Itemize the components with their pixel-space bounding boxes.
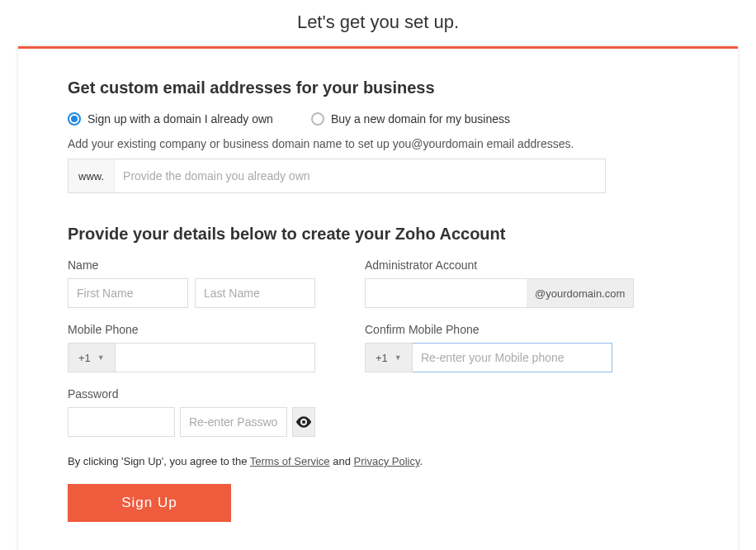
confirm-mobile-country-code-select[interactable]: +1 ▼ bbox=[365, 343, 413, 372]
sign-up-button[interactable]: Sign Up bbox=[68, 484, 231, 522]
agree-mid: and bbox=[330, 455, 354, 467]
mobile-label: Mobile Phone bbox=[68, 323, 315, 336]
domain-prefix: www. bbox=[69, 159, 115, 192]
mobile-input-group: +1 ▼ bbox=[68, 343, 315, 372]
confirm-mobile-label: Confirm Mobile Phone bbox=[365, 323, 612, 336]
svg-point-0 bbox=[302, 420, 305, 424]
confirm-mobile-cc-value: +1 bbox=[376, 352, 388, 364]
admin-input-group: @yourdomain.com bbox=[365, 278, 612, 308]
domain-helper-text: Add your existing company or business do… bbox=[68, 137, 688, 150]
radio-own-label: Sign up with a domain I already own bbox=[87, 112, 273, 126]
privacy-policy-link[interactable]: Privacy Policy bbox=[354, 455, 420, 467]
eye-icon bbox=[295, 416, 312, 428]
empty-cell bbox=[365, 387, 612, 437]
admin-account-input[interactable] bbox=[365, 278, 527, 308]
radio-checked-icon bbox=[68, 112, 81, 126]
password-field: Password bbox=[68, 387, 315, 437]
name-inputs bbox=[68, 278, 315, 308]
radio-buy-domain[interactable]: Buy a new domain for my business bbox=[311, 112, 510, 126]
first-name-input[interactable] bbox=[68, 278, 188, 308]
setup-card: Get custom email addresses for your busi… bbox=[18, 46, 738, 550]
reenter-password-input[interactable] bbox=[180, 407, 287, 437]
confirm-mobile-field: Confirm Mobile Phone +1 ▼ bbox=[365, 323, 612, 372]
agree-suffix: . bbox=[419, 455, 423, 467]
agree-prefix: By clicking 'Sign Up', you agree to the bbox=[68, 455, 250, 467]
last-name-input[interactable] bbox=[195, 278, 315, 308]
password-inputs bbox=[68, 407, 315, 437]
domain-heading: Get custom email addresses for your busi… bbox=[68, 78, 688, 97]
toggle-password-visibility-button[interactable] bbox=[292, 407, 315, 437]
domain-input-group: www. bbox=[68, 159, 606, 193]
domain-option-row: Sign up with a domain I already own Buy … bbox=[68, 112, 688, 126]
radio-buy-label: Buy a new domain for my business bbox=[331, 112, 510, 126]
mobile-phone-input[interactable] bbox=[116, 343, 315, 372]
details-form: Name Administrator Account @yourdomain.c… bbox=[68, 258, 688, 437]
confirm-mobile-phone-input[interactable] bbox=[413, 343, 612, 372]
password-input[interactable] bbox=[68, 407, 175, 437]
admin-suffix: @yourdomain.com bbox=[527, 278, 634, 308]
page-title: Let's get you set up. bbox=[0, 0, 756, 46]
details-heading: Provide your details below to create you… bbox=[68, 225, 688, 244]
caret-down-icon: ▼ bbox=[97, 353, 105, 362]
name-label: Name bbox=[68, 258, 315, 272]
confirm-mobile-input-group: +1 ▼ bbox=[365, 343, 612, 372]
mobile-field: Mobile Phone +1 ▼ bbox=[68, 323, 315, 372]
terms-of-service-link[interactable]: Terms of Service bbox=[250, 455, 330, 467]
radio-unchecked-icon bbox=[311, 112, 324, 126]
admin-field: Administrator Account @yourdomain.com bbox=[365, 258, 612, 308]
caret-down-icon: ▼ bbox=[395, 353, 402, 362]
agree-text: By clicking 'Sign Up', you agree to the … bbox=[68, 455, 688, 467]
mobile-cc-value: +1 bbox=[78, 352, 91, 364]
mobile-country-code-select[interactable]: +1 ▼ bbox=[68, 343, 116, 372]
radio-own-domain[interactable]: Sign up with a domain I already own bbox=[68, 112, 273, 126]
name-field: Name bbox=[68, 258, 315, 308]
admin-label: Administrator Account bbox=[365, 258, 612, 272]
domain-input[interactable] bbox=[115, 159, 605, 192]
password-label: Password bbox=[68, 387, 315, 401]
